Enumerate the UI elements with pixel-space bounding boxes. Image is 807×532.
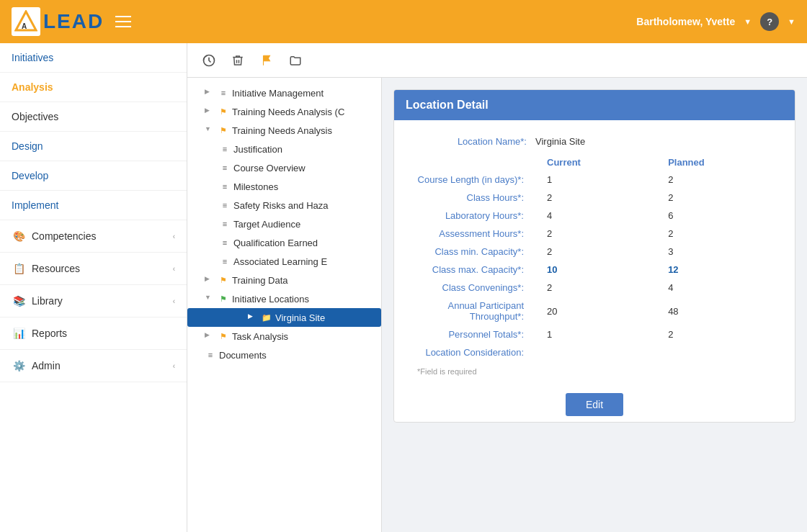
competencies-chevron: ‹ (173, 233, 175, 240)
expand-virginia-site[interactable]: ▶ (248, 312, 258, 323)
tree-item-training-data[interactable]: ▶ ⚑ Training Data (187, 271, 381, 289)
user-name: Bartholomew, Yvette (636, 16, 735, 27)
logo-icon: A (12, 7, 40, 36)
tree-item-initiative-locations[interactable]: ▼ ⚑ Initiative Locations (187, 289, 381, 308)
expand-tna[interactable]: ▼ (205, 125, 215, 135)
annual-participant-row: Annual Participant Throughput*: 20 48 (406, 297, 783, 325)
sidebar-item-analysis[interactable]: Analysis (0, 73, 187, 102)
assessment-hours-row: Assessment Hours*: 2 2 (406, 225, 783, 243)
course-length-current: 1 (535, 171, 656, 189)
objectives-label: Objectives (12, 111, 58, 122)
tna-label: Training Needs Analysis (232, 125, 332, 136)
course-overview-label: Course Overview (233, 163, 306, 173)
sidebar-item-initiatives[interactable]: Initiatives (0, 43, 187, 73)
tree-item-associated-learning[interactable]: ≡ Associated Learning E (187, 252, 381, 271)
class-min-capacity-label: Class min. Capacity*: (406, 243, 535, 261)
header-left: A LEAD (12, 7, 131, 36)
annual-participant-label: Annual Participant Throughput*: (406, 297, 535, 325)
location-consideration-planned (656, 343, 783, 361)
tree-item-target-audience[interactable]: ≡ Target Audience (187, 215, 381, 233)
tree-item-documents[interactable]: ≡ Documents (187, 346, 381, 364)
tree-item-tna-c[interactable]: ▶ ⚑ Training Needs Analysis (C (187, 102, 381, 121)
sidebar-item-admin[interactable]: ⚙️ Admin ‹ (0, 350, 187, 382)
qualification-earned-label: Qualification Earned (233, 238, 318, 248)
help-dropdown-arrow[interactable]: ▼ (788, 17, 795, 26)
annual-participant-planned: 48 (656, 297, 783, 325)
sidebar-item-design[interactable]: Design (0, 132, 187, 161)
tree-item-initiative-mgmt[interactable]: ▶ ≡ Initiative Management (187, 84, 381, 102)
main-area: ▶ ≡ Initiative Management ▶ ⚑ Training N… (187, 43, 807, 532)
col-planned-header: Planned (656, 154, 783, 171)
hamburger-menu[interactable] (115, 16, 131, 27)
sidebar-item-resources[interactable]: 📋 Resources ‹ (0, 253, 187, 285)
flag-yellow-icon-tna-c: ⚑ (218, 106, 229, 117)
location-name-label: Location Name*: (406, 136, 535, 147)
tree-item-virginia-site[interactable]: ▶ 📁 Virginia Site (187, 308, 381, 327)
tree-item-safety-risks[interactable]: ≡ Safety Risks and Haza (187, 196, 381, 215)
expand-initiative-locations[interactable]: ▼ (205, 294, 215, 304)
sidebar-item-implement[interactable]: Implement (0, 191, 187, 220)
tree-item-task-analysis[interactable]: ▶ ⚑ Task Analysis (187, 327, 381, 346)
analysis-label: Analysis (12, 81, 53, 93)
folder-icon-virginia-site: 📁 (261, 312, 272, 323)
library-label: Library (32, 295, 63, 307)
sidebar-item-competencies[interactable]: 🎨 Competencies ‹ (0, 220, 187, 253)
content-area: ▶ ≡ Initiative Management ▶ ⚑ Training N… (187, 78, 807, 532)
target-audience-label: Target Audience (233, 219, 300, 230)
doc-icon-qualification-earned: ≡ (219, 237, 231, 248)
tree-item-justification[interactable]: ≡ Justification (187, 140, 381, 158)
gear-icon: ⚙️ (12, 359, 26, 373)
expand-task-analysis[interactable]: ▶ (205, 331, 215, 341)
app-header: A LEAD Bartholomew, Yvette ▼ ? ▼ (0, 0, 807, 43)
assessment-hours-current: 2 (535, 225, 656, 243)
expand-training-data[interactable]: ▶ (205, 275, 215, 285)
user-dropdown-arrow[interactable]: ▼ (744, 17, 752, 26)
course-length-row: Course Length (in days)*: 1 2 (406, 171, 783, 189)
edit-btn-area: Edit (394, 387, 795, 422)
delete-button[interactable] (228, 50, 248, 71)
sidebar-item-objectives[interactable]: Objectives (0, 102, 187, 132)
sidebar-item-develop[interactable]: Develop (0, 161, 187, 191)
col-label-header (406, 154, 535, 171)
personnel-totals-current: 1 (535, 325, 656, 343)
admin-label: Admin (32, 360, 61, 371)
history-button[interactable] (199, 50, 219, 71)
doc-icon-course-overview: ≡ (219, 162, 231, 173)
tree-item-tna[interactable]: ▼ ⚑ Training Needs Analysis (187, 121, 381, 140)
course-length-planned: 2 (656, 171, 783, 189)
flag-yellow-icon-training-data: ⚑ (218, 274, 229, 286)
expand-tna-c[interactable]: ▶ (205, 107, 215, 117)
training-data-label: Training Data (232, 275, 288, 286)
doc-icon-initiative-mgmt: ≡ (218, 87, 229, 99)
flag-yellow-icon-task-analysis: ⚑ (218, 330, 229, 342)
palette-icon: 🎨 (12, 229, 26, 243)
doc-icon-documents: ≡ (205, 349, 216, 361)
location-detail-card: Location Detail Location Name*: Virginia… (393, 89, 795, 423)
expand-initiative-mgmt[interactable]: ▶ (205, 88, 215, 98)
library-chevron: ‹ (173, 297, 175, 305)
sidebar-item-library[interactable]: 📚 Library ‹ (0, 285, 187, 317)
admin-chevron: ‹ (173, 362, 175, 370)
folder-button[interactable] (285, 50, 306, 71)
tna-c-label: Training Needs Analysis (C (232, 107, 344, 117)
sidebar-item-reports[interactable]: 📊 Reports (0, 317, 187, 350)
competencies-label: Competencies (32, 230, 97, 242)
tree-item-milestones[interactable]: ≡ Milestones (187, 177, 381, 196)
edit-button[interactable]: Edit (566, 393, 623, 416)
class-hours-label: Class Hours*: (406, 189, 535, 207)
class-max-capacity-planned: 12 (656, 261, 783, 279)
tree-item-course-overview[interactable]: ≡ Course Overview (187, 158, 381, 177)
initiatives-label: Initiatives (12, 52, 53, 63)
milestones-label: Milestones (233, 181, 278, 192)
class-hours-planned: 2 (656, 189, 783, 207)
assessment-hours-planned: 2 (656, 225, 783, 243)
personnel-totals-label: Personnel Totals*: (406, 325, 535, 343)
flag-button[interactable] (257, 50, 277, 71)
location-detail-title: Location Detail (406, 99, 489, 111)
tree-item-qualification-earned[interactable]: ≡ Qualification Earned (187, 233, 381, 252)
personnel-totals-planned: 2 (656, 325, 783, 343)
help-button[interactable]: ? (760, 12, 779, 31)
toolbar (187, 43, 807, 78)
lab-hours-current: 4 (535, 207, 656, 225)
sidebar: Initiatives Analysis Objectives Design D… (0, 43, 187, 532)
